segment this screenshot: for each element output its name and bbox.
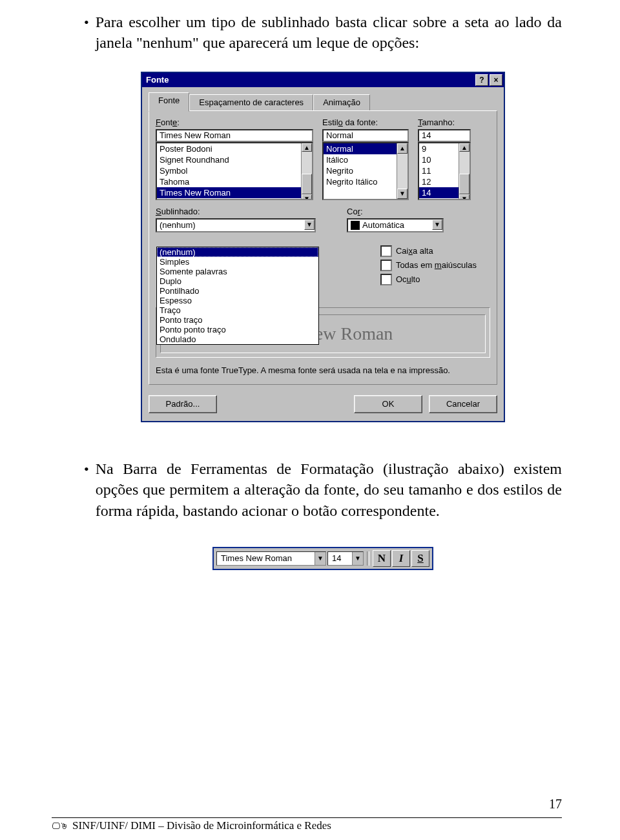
label-fonte: Fonte: [156,118,313,127]
label-oculto: Oculto [396,274,420,284]
list-item[interactable]: Somente palavras [157,267,318,276]
italic-button[interactable]: I [392,550,410,567]
font-size-combo[interactable]: 14 ▼ [327,551,364,566]
divider [367,551,369,566]
list-item[interactable]: Pontilhado [157,286,318,296]
list-item[interactable]: Tahoma [157,176,312,187]
list-item[interactable]: Symbol [157,165,312,176]
font-family-combo[interactable]: Times New Roman ▼ [216,551,326,566]
list-item[interactable]: Normal [324,143,408,154]
label-caixa-alta: Caixa alta [396,246,433,256]
formatting-toolbar: Times New Roman ▼ 14 ▼ N I S [212,547,433,570]
size-list[interactable]: 9 10 11 12 14 ▲ ▼ [418,142,471,200]
bullet-icon: • [84,458,89,521]
color-combo[interactable]: Automática ▼ [347,218,444,232]
font-hint: Esta é uma fonte TrueType. A mesma fonte… [156,365,490,375]
list-item[interactable]: (nenhum) [157,247,318,257]
list-item[interactable]: Traço [157,305,318,315]
label-sublinhado: Sublinhado: [156,207,316,216]
list-item[interactable]: Negrito [324,165,408,176]
label-cor: Cor: [347,207,444,216]
tab-animacao[interactable]: Animação [313,94,370,111]
chevron-down-icon[interactable]: ▼ [315,552,326,565]
chevron-up-icon[interactable]: ▲ [459,143,470,152]
list-item[interactable]: Duplo [157,276,318,286]
font-list[interactable]: Poster Bodoni Signet Roundhand Symbol Ta… [156,142,313,200]
chevron-down-icon[interactable]: ▼ [397,189,408,199]
checkbox[interactable] [380,274,392,285]
close-icon[interactable]: × [490,74,502,86]
dialog-titlebar[interactable]: Fonte ? × [142,73,504,87]
paragraph-2: Na Barra de Ferramentas de Formatação (i… [96,458,562,521]
list-item[interactable]: Simples [157,257,318,267]
dialog-title: Fonte [146,75,169,85]
label-estilo: Estilo da fonte: [322,118,409,127]
bold-button[interactable]: N [373,550,391,567]
tab-fonte[interactable]: Fonte [149,92,189,112]
footer-icon: 🖵🖰 [52,821,68,831]
tab-espacamento[interactable]: Espaçamento de caracteres [189,94,313,111]
page-footer: 17 🖵🖰 SINF/UINF/ DIMI – Divisão de Micro… [52,817,562,832]
cancelar-button[interactable]: Cancelar [429,395,497,413]
scrollbar[interactable]: ▲ ▼ [301,143,312,199]
underline-dropdown-list[interactable]: (nenhum) Simples Somente palavras Duplo … [156,247,319,345]
chevron-down-icon[interactable]: ▼ [302,194,312,200]
list-item[interactable]: Espesso [157,296,318,305]
paragraph-1: Para escolher um tipo de sublinhado bast… [96,12,562,54]
style-list[interactable]: Normal Itálico Negrito Negrito Itálico ▲… [322,142,409,200]
bullet-icon: • [84,12,89,54]
font-style-input[interactable]: Normal [322,129,409,142]
chevron-down-icon[interactable]: ▼ [432,220,442,230]
font-family-value: Times New Roman [217,553,296,563]
chevron-up-icon[interactable]: ▲ [302,143,312,152]
chevron-down-icon[interactable]: ▼ [459,194,470,200]
color-swatch-icon [351,221,360,230]
font-dialog: Fonte ? × Fonte Espaçamento de caractere… [141,72,505,422]
list-item[interactable]: Ponto traço [157,315,318,325]
chevron-down-icon[interactable]: ▼ [304,220,315,230]
list-item[interactable]: Poster Bodoni [157,143,312,154]
scrollbar[interactable]: ▲ ▼ [459,143,470,199]
font-size-value: 14 [328,553,345,563]
scrollbar[interactable]: ▲ ▼ [397,143,408,199]
checkbox[interactable] [380,245,392,257]
font-size-input[interactable]: 14 [418,129,471,142]
chevron-down-icon[interactable]: ▼ [352,552,363,565]
scrollbar-thumb[interactable] [302,174,312,194]
list-item[interactable]: Ondulado [157,334,318,344]
list-item[interactable]: Negrito Itálico [324,176,408,187]
help-icon[interactable]: ? [475,74,488,86]
footer-text: SINF/UINF/ DIMI – Divisão de Microinform… [72,819,331,832]
label-maiusculas: Todas em maiúsculas [396,260,477,270]
page-number: 17 [549,797,562,812]
font-name-input[interactable]: Times New Roman [156,129,313,142]
underline-value: (nenhum) [157,220,304,231]
list-item[interactable]: Times New Roman [157,187,312,198]
label-tamanho: Tamanho: [418,118,471,127]
list-item[interactable]: Itálico [324,154,408,165]
chevron-up-icon[interactable]: ▲ [397,143,408,154]
color-value: Automática [348,220,432,231]
scrollbar-thumb[interactable] [459,174,470,194]
padrao-button[interactable]: Padrão... [149,395,217,413]
list-item[interactable]: Ponto ponto traço [157,325,318,334]
underline-combo[interactable]: (nenhum) ▼ [156,218,316,232]
underline-button[interactable]: S [411,550,429,567]
checkbox[interactable] [380,260,392,271]
ok-button[interactable]: OK [354,395,422,413]
list-item[interactable]: Signet Roundhand [157,154,312,165]
